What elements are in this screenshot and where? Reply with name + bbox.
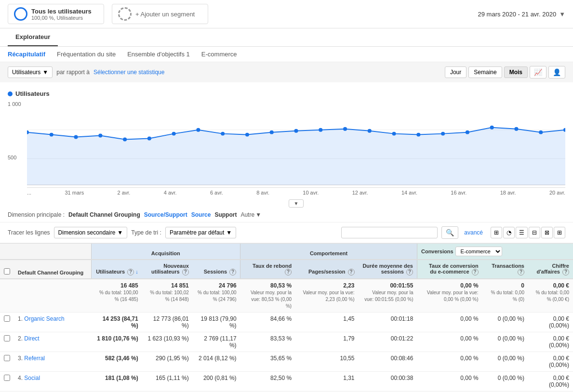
dimension-source-link[interactable]: Source [191, 211, 211, 218]
row-2-checkbox-cell[interactable] [0, 332, 14, 352]
row-1-nouveaux: 12 773 (86,01 %) [142, 313, 193, 332]
segment-2[interactable]: + Ajouter un segment [112, 4, 208, 24]
select-stat-link[interactable]: Sélectionner une statistique [93, 69, 164, 76]
comportement-group-label: Comportement [310, 250, 347, 256]
period-mois-button[interactable]: Mois [504, 66, 528, 78]
view-cols-icon[interactable]: ⊞ [554, 227, 565, 238]
secondary-dim-dropdown[interactable]: Dimension secondaire ▼ [54, 227, 128, 238]
row-2-taux-rebond: 83,53 % [240, 332, 296, 352]
subtab-recapitulatif[interactable]: Récapitulatif [8, 51, 45, 58]
segment-2-icon [118, 7, 132, 21]
row-1-link[interactable]: Organic Search [24, 315, 64, 322]
date-range-picker[interactable]: 29 mars 2020 - 21 avr. 2020 ▼ [478, 11, 565, 18]
row-2-duree: 00:01:22 [359, 332, 417, 352]
th-sessions[interactable]: Sessions ? [193, 260, 240, 279]
row-4-checkbox-cell[interactable] [0, 372, 14, 392]
dimension-principale-label: Dimension principale : [8, 211, 65, 218]
row-1-duree: 00:01:18 [359, 313, 417, 332]
row-2-checkbox[interactable] [4, 335, 10, 341]
total-label-cell [14, 279, 91, 313]
th-chiffre[interactable]: Chiffre d'affaires ? [528, 260, 573, 279]
dimension-default-link[interactable]: Default Channel Grouping [68, 211, 140, 218]
table-controls-bar: Tracer les lignes Dimension secondaire ▼… [0, 222, 573, 243]
row-3-checkbox-cell[interactable] [0, 352, 14, 372]
subtab-frequentation[interactable]: Fréquentation du site [57, 51, 116, 58]
subtab-ecommerce[interactable]: E-commerce [201, 51, 237, 58]
chart-svg-wrapper [27, 101, 565, 188]
row-1-taux-conv: 0,00 % [417, 313, 482, 332]
chart-line-icon[interactable]: 📈 [530, 66, 546, 78]
x-label-3: 4 avr. [164, 190, 177, 196]
row-1-chiffre: 0,00 € (0,00%) [528, 313, 573, 332]
dimension-autre-arrow-icon: ▼ [255, 211, 261, 218]
sub-tabs-bar: Récapitulatif Fréquentation du site Ense… [0, 47, 573, 62]
row-4-taux-rebond: 82,50 % [240, 372, 296, 392]
segment-1[interactable]: Tous les utilisateurs 100,00 %, Utilisat… [8, 4, 104, 24]
row-4-link[interactable]: Social [24, 375, 40, 381]
chart-legend: Utilisateurs [8, 90, 565, 97]
dimension-source-support-link[interactable]: Source/Support [144, 211, 187, 218]
total-sessions: 24 796 % du total: 100,00 % (24 796) [193, 279, 240, 313]
view-grid-icon[interactable]: ⊞ [491, 227, 502, 238]
row-1-checkbox[interactable] [4, 315, 10, 322]
total-nouveaux: 14 851 % du total: 100,02 % (14 848) [142, 279, 193, 313]
chart-container: 1 000 500 [8, 101, 565, 208]
th-transactions[interactable]: Transactions ? [482, 260, 528, 279]
th-taux-conv[interactable]: Taux de conversion du e-commerce ? [417, 260, 482, 279]
th-duree[interactable]: Durée moyenne des sessions ? [359, 260, 417, 279]
metric-dropdown[interactable]: Utilisateurs ▼ [8, 66, 53, 78]
acquisition-group-label: Acquisition [151, 250, 180, 256]
th-select-all[interactable] [0, 260, 14, 279]
table-search-input[interactable] [341, 227, 438, 238]
dimension-support-link[interactable]: Support [214, 211, 237, 218]
table-row: 1. Organic Search 14 253 (84,71 %) 12 77… [0, 313, 573, 332]
row-2-link[interactable]: Direct [24, 335, 39, 342]
row-4-pages: 1,31 [295, 372, 358, 392]
th-taux-rebond[interactable]: Taux de rebond ? [240, 260, 296, 279]
table-search-icon[interactable]: 🔍 [441, 226, 458, 239]
select-all-checkbox[interactable] [4, 268, 10, 274]
sort-utilisateurs-icon: ↓ [135, 269, 138, 274]
th-channel: Default Channel Grouping [14, 260, 91, 279]
row-3-chiffre: 0,00 € (0,00%) [528, 352, 573, 372]
row-3-duree: 00:08:46 [359, 352, 417, 372]
period-semaine-button[interactable]: Semaine [468, 66, 502, 78]
avance-link[interactable]: avancé [464, 229, 483, 236]
sort-type-dropdown[interactable]: Paramètre par défaut ▼ [165, 227, 236, 238]
view-list-icon[interactable]: ☰ [516, 227, 528, 238]
table-row: 2. Direct 1 810 (10,76 %) 1 623 (10,93 %… [0, 332, 573, 352]
th-nouveaux[interactable]: Nouveaux utilisateurs ? [142, 260, 193, 279]
subtab-objectifs[interactable]: Ensemble d'objectifs 1 [127, 51, 190, 58]
table-row: 3. Referral 582 (3,46 %) 290 (1,95 %) 2 … [0, 352, 573, 372]
row-2-taux-conv: 0,00 % [417, 332, 482, 352]
x-label-1: 31 mars [65, 190, 84, 196]
segment-1-info: Tous les utilisateurs 100,00 %, Utilisat… [31, 8, 92, 21]
tab-bar: Explorateur [0, 28, 573, 47]
chart-legend-label: Utilisateurs [15, 90, 50, 97]
view-custom-icon[interactable]: ⊠ [541, 227, 553, 238]
row-3-checkbox[interactable] [4, 355, 10, 361]
tab-explorateur[interactable]: Explorateur [8, 28, 58, 46]
chart-svg [27, 101, 565, 187]
view-pie-icon[interactable]: ◔ [503, 227, 515, 238]
th-pages-session[interactable]: Pages/session ? [295, 260, 358, 279]
chart-area: Utilisateurs 1 000 500 [0, 82, 573, 208]
row-1-transactions: 0 (0,00 %) [482, 313, 528, 332]
view-icon-buttons: ⊞ ◔ ☰ ⊟ ⊠ ⊞ [491, 227, 565, 238]
th-utilisateurs[interactable]: Utilisateurs ? ↓ [91, 260, 142, 279]
svg-point-14 [294, 129, 298, 133]
legend-dot-icon [8, 91, 13, 96]
chart-pie-icon[interactable]: 👤 [548, 66, 565, 78]
row-1-checkbox-cell[interactable] [0, 313, 14, 332]
view-pivot-icon[interactable]: ⊟ [529, 227, 540, 238]
conversions-type-select[interactable]: E-commerce [455, 247, 502, 256]
dimension-autre-button[interactable]: Autre ▼ [240, 211, 261, 218]
svg-point-8 [147, 137, 151, 141]
row-4-utilisateurs: 181 (1,08 %) [91, 372, 142, 392]
row-4-duree: 00:00:38 [359, 372, 417, 392]
period-jour-button[interactable]: Jour [445, 66, 466, 78]
scroll-down-button[interactable]: ▼ [289, 199, 304, 208]
row-3-link[interactable]: Referral [24, 355, 45, 362]
row-4-checkbox[interactable] [4, 375, 10, 381]
add-segment-label: + Ajouter un segment [135, 11, 195, 18]
